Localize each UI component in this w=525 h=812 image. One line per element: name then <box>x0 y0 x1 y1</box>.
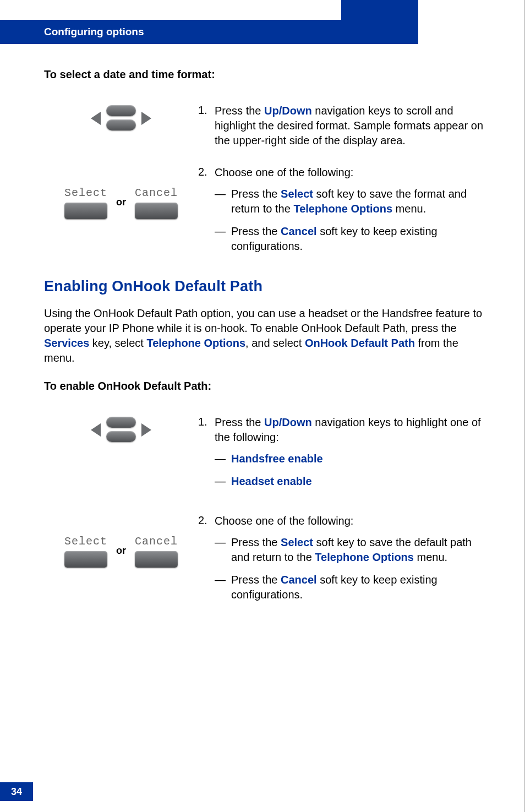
page-number: 34 <box>0 782 33 801</box>
telephone-options-link: Telephone Options <box>146 337 245 349</box>
section2-step1-text: 1. Press the Up/Down navigation keys to … <box>198 415 484 497</box>
handsfree-enable-link: Handsfree enable <box>231 451 323 466</box>
nav-right-arrow-icon <box>141 112 151 125</box>
sub-item: — Press the Cancel soft key to keep exis… <box>215 573 484 602</box>
intro-paragraph: Using the OnHook Default Path option, yo… <box>44 306 484 366</box>
text-fragment: Using the OnHook Default Path option, yo… <box>44 307 482 334</box>
softkeys-group: Select or Cancel <box>64 535 178 568</box>
nav-right-arrow-icon <box>141 423 151 437</box>
content-area: To select a date and time format: 1. Pre… <box>44 61 484 626</box>
dash-icon: — <box>215 451 231 466</box>
nav-center-icon <box>106 417 136 443</box>
step-number: 1. <box>198 103 215 118</box>
sub-item: — Press the Cancel soft key to keep exis… <box>215 224 484 254</box>
navpad-visual <box>44 103 198 133</box>
navigation-pad-icon <box>91 105 151 133</box>
section1-step2-text: 2. Choose one of the following: — Press … <box>198 165 484 261</box>
dash-icon: — <box>215 474 231 489</box>
nav-down-icon <box>106 431 136 442</box>
section2-step2-text: 2. Choose one of the following: — Press … <box>198 513 484 610</box>
nav-left-arrow-icon <box>91 112 101 125</box>
section-title: Enabling OnHook Default Path <box>44 278 484 295</box>
select-softkey-button-icon <box>64 203 107 219</box>
text-fragment: Press the <box>215 105 264 117</box>
section1-step1-row: 1. Press the Up/Down navigation keys to … <box>44 103 484 148</box>
header-bar: Configuring options <box>0 20 418 44</box>
cancel-softkey-label: Cancel <box>135 187 178 199</box>
step-number: 1. <box>198 415 215 429</box>
dash-icon: — <box>215 224 231 254</box>
nav-left-arrow-icon <box>91 423 101 437</box>
section2-heading: To enable OnHook Default Path: <box>44 380 484 393</box>
page: Configuring options To select a date and… <box>0 0 525 812</box>
select-softkey: Select <box>64 187 107 219</box>
nav-center-icon <box>106 105 136 132</box>
navpad-visual <box>44 415 198 444</box>
sub-list: — Press the Select soft key to save the … <box>215 187 484 254</box>
updown-link: Up/Down <box>264 416 312 428</box>
step-number: 2. <box>198 165 215 179</box>
text-fragment: Press the <box>231 225 281 237</box>
select-softkey-button-icon <box>64 551 107 568</box>
nav-up-icon <box>106 105 136 116</box>
text-fragment: Press the <box>215 416 264 428</box>
step-body: Press the Up/Down navigation keys to scr… <box>215 103 484 148</box>
telephone-options-link: Telephone Options <box>315 551 414 563</box>
section2-step2-row: Select or Cancel 2. Choose one of the fo… <box>44 513 484 610</box>
section1-heading: To select a date and time format: <box>44 68 484 81</box>
sub-item: — Press the Select soft key to save the … <box>215 535 484 565</box>
cancel-link: Cancel <box>281 225 317 237</box>
cancel-softkey: Cancel <box>135 535 178 568</box>
headset-enable-link: Headset enable <box>231 474 312 489</box>
sub-item-text: Press the Select soft key to save the fo… <box>231 187 484 216</box>
sub-item-text: Press the Select soft key to save the de… <box>231 535 484 565</box>
or-label: or <box>114 197 128 209</box>
softkeys-group: Select or Cancel <box>64 187 178 219</box>
sub-item-text: Press the Cancel soft key to keep existi… <box>231 573 484 602</box>
section1-step2-row: Select or Cancel 2. Choose one of the fo… <box>44 165 484 261</box>
text-fragment: Press the <box>231 188 281 200</box>
step-number: 2. <box>198 513 215 528</box>
select-softkey: Select <box>64 535 107 568</box>
cancel-softkey-button-icon <box>135 203 178 219</box>
dash-icon: — <box>215 573 231 602</box>
onhook-default-path-link: OnHook Default Path <box>305 337 415 349</box>
step-lead: Choose one of the following: <box>215 165 484 180</box>
updown-link: Up/Down <box>264 105 312 117</box>
cancel-softkey-label: Cancel <box>135 535 178 548</box>
section2-step1-row: 1. Press the Up/Down navigation keys to … <box>44 415 484 497</box>
text-fragment: Press the <box>231 574 281 586</box>
text-fragment: menu. <box>392 203 426 215</box>
softkeys-visual: Select or Cancel <box>44 513 198 568</box>
select-link: Select <box>281 188 313 200</box>
sub-item: — Press the Select soft key to save the … <box>215 187 484 216</box>
sub-item: — Handsfree enable <box>215 451 484 466</box>
sub-item-text: Press the Cancel soft key to keep existi… <box>231 224 484 254</box>
select-softkey-label: Select <box>64 187 107 199</box>
services-link: Services <box>44 337 89 349</box>
text-fragment: , and select <box>245 337 305 349</box>
sub-list: — Handsfree enable — Headset enable <box>215 451 484 489</box>
step-lead: Choose one of the following: <box>215 514 484 528</box>
navigation-pad-icon <box>91 417 151 444</box>
select-softkey-label: Select <box>64 535 107 548</box>
cancel-softkey-button-icon <box>135 551 178 568</box>
step-body: Press the Up/Down navigation keys to hig… <box>215 415 484 445</box>
section1-step1-text: 1. Press the Up/Down navigation keys to … <box>198 103 484 148</box>
dash-icon: — <box>215 535 231 565</box>
softkeys-visual: Select or Cancel <box>44 165 198 219</box>
nav-down-icon <box>106 119 136 130</box>
text-fragment: Press the <box>231 536 281 548</box>
sub-list: — Press the Select soft key to save the … <box>215 535 484 602</box>
telephone-options-link: Telephone Options <box>293 203 392 215</box>
cancel-link: Cancel <box>281 574 317 586</box>
header-title: Configuring options <box>44 26 144 38</box>
nav-up-icon <box>106 417 136 428</box>
text-fragment: menu. <box>414 551 447 563</box>
top-accent-block <box>341 0 418 20</box>
dash-icon: — <box>215 187 231 216</box>
or-label: or <box>114 545 128 558</box>
cancel-softkey: Cancel <box>135 187 178 219</box>
sub-item: — Headset enable <box>215 474 484 489</box>
select-link: Select <box>281 536 313 548</box>
